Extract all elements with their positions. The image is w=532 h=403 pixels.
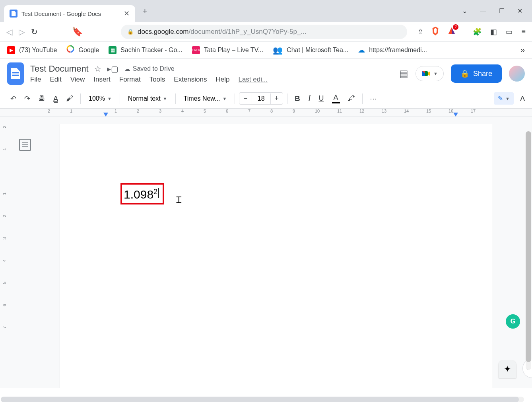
comments-icon[interactable]: ▤	[399, 68, 408, 79]
bookmark-icon[interactable]: 🔖	[72, 27, 83, 37]
indent-marker[interactable]	[103, 113, 108, 117]
brave-rewards-icon[interactable]: 2	[447, 27, 456, 37]
underline-button[interactable]: U	[316, 92, 327, 105]
menu-help[interactable]: Help	[216, 76, 229, 84]
vertical-scrollbar[interactable]	[526, 131, 531, 370]
menu-format[interactable]: Format	[119, 76, 141, 84]
indent-marker[interactable]	[453, 113, 458, 117]
document-page[interactable]: 1.0982 Ꮖ	[60, 124, 493, 388]
docs-favicon	[10, 10, 17, 18]
font-size-control: − 18 +	[239, 92, 283, 105]
close-tab-icon[interactable]: ✕	[124, 9, 130, 18]
bookmark-teams[interactable]: 👥Chat | Microsoft Tea...	[273, 45, 348, 55]
google-icon	[66, 45, 74, 55]
bookmark-framedmedi[interactable]: ☁https://framedmedi...	[358, 46, 427, 55]
move-icon[interactable]: ▸▢	[107, 64, 118, 74]
redo-button[interactable]: ↷	[21, 92, 33, 105]
menu-edit[interactable]: Edit	[50, 76, 61, 84]
style-dropdown[interactable]: Normal text▼	[124, 93, 171, 105]
account-avatar[interactable]	[509, 66, 525, 82]
editing-mode-button[interactable]: ✎▼	[494, 92, 514, 105]
separator	[175, 93, 176, 104]
ruler-tick: 10	[315, 109, 320, 113]
bookmarks-bar: ▶(73) YouTube Google ▦Sachin Tracker - G…	[0, 42, 532, 58]
reload-button[interactable]: ↻	[31, 27, 38, 37]
back-button[interactable]: ◁	[6, 27, 12, 37]
italic-button[interactable]: I	[305, 92, 314, 105]
ruler-tick: 1	[70, 109, 72, 113]
undo-button[interactable]: ↶	[7, 92, 19, 105]
chevron-down-icon: ▼	[222, 96, 227, 101]
chevron-down-icon: ▼	[505, 96, 510, 101]
star-icon[interactable]: ☆	[94, 64, 101, 74]
bookmark-youtube[interactable]: ▶(73) YouTube	[7, 46, 57, 54]
decrease-font-button[interactable]: −	[239, 93, 252, 104]
close-window-button[interactable]: ✕	[517, 7, 522, 15]
share-url-icon[interactable]: ⇪	[417, 27, 423, 36]
forward-button[interactable]: ▷	[19, 27, 25, 37]
cloud-icon: ☁	[124, 65, 130, 73]
scrollbar-thumb[interactable]	[526, 131, 531, 362]
maximize-button[interactable]: ☐	[499, 7, 505, 15]
grammarly-icon[interactable]: G	[506, 314, 520, 329]
spellcheck-button[interactable]: A̲	[50, 92, 61, 105]
share-button[interactable]: 🔒Share	[451, 64, 502, 83]
zoom-dropdown[interactable]: 100%▼	[85, 93, 116, 105]
ruler-tick: 3	[159, 109, 161, 113]
text-color-button[interactable]: A	[329, 92, 343, 106]
vertical-ruler[interactable]: 211234567	[0, 117, 12, 388]
browser-tab[interactable]: Test Document - Google Docs ✕	[4, 5, 135, 22]
saved-status[interactable]: ☁Saved to Drive	[124, 65, 175, 73]
brave-shields-icon[interactable]	[431, 27, 439, 37]
tab-search-icon[interactable]: ⌄	[462, 7, 467, 15]
meet-button[interactable]: ▼	[416, 66, 444, 81]
text-caret	[158, 188, 159, 198]
docs-logo[interactable]	[7, 62, 24, 85]
ruler-tick: 1	[2, 193, 7, 195]
bookmark-label: Chat | Microsoft Tea...	[287, 47, 348, 54]
last-edit-link[interactable]: Last edi...	[238, 76, 268, 84]
ruler-tick: 2	[2, 215, 7, 217]
menu-icon[interactable]: ≡	[521, 27, 526, 36]
bookmark-sheets[interactable]: ▦Sachin Tracker - Go...	[109, 46, 183, 54]
separator	[287, 93, 287, 104]
bookmark-google[interactable]: Google	[66, 45, 99, 55]
document-title[interactable]: Test Document	[30, 64, 89, 74]
print-button[interactable]: 🖶	[35, 92, 49, 105]
font-dropdown[interactable]: Times New...▼	[180, 93, 231, 105]
ruler-tick: 5	[204, 109, 206, 113]
horizontal-scrollbar[interactable]	[1, 397, 524, 402]
ruler-tick: 14	[404, 109, 409, 113]
more-options-button[interactable]: ⋯	[367, 92, 380, 105]
menu-view[interactable]: View	[70, 76, 85, 84]
ruler-tick: 6	[2, 304, 7, 306]
menu-bar: File Edit View Insert Format Tools Exten…	[30, 76, 393, 84]
font-size-value[interactable]: 18	[252, 93, 271, 104]
bookmarks-overflow-icon[interactable]: »	[520, 45, 525, 55]
ruler-tick: 13	[382, 109, 386, 113]
horizontal-ruler[interactable]: 211234567891011121314151617	[0, 109, 532, 117]
minimize-button[interactable]: —	[480, 7, 486, 15]
menu-insert[interactable]: Insert	[93, 76, 111, 84]
highlight-button[interactable]: 🖍	[345, 92, 358, 105]
collapse-toolbar-button[interactable]: ᐱ	[520, 94, 525, 103]
menu-file[interactable]: File	[30, 76, 41, 84]
document-outline-button[interactable]	[19, 139, 31, 151]
bookmark-tataplay[interactable]: TATATata Play – Live TV...	[192, 46, 263, 54]
paint-format-button[interactable]: 🖌	[63, 92, 76, 105]
document-text[interactable]: 1.0982	[124, 188, 159, 201]
bold-button[interactable]: B	[291, 92, 303, 105]
explore-button[interactable]: ✦	[499, 360, 516, 378]
menu-tools[interactable]: Tools	[150, 76, 165, 84]
increase-font-button[interactable]: +	[271, 93, 283, 104]
wallet-icon[interactable]: ▭	[506, 27, 513, 36]
browser-tab-strip: Test Document - Google Docs ✕ + ⌄ — ☐ ✕	[0, 0, 532, 22]
sidebar-icon[interactable]: ◧	[490, 27, 497, 36]
scrollbar-thumb[interactable]	[1, 397, 519, 402]
extensions-icon[interactable]: 🧩	[473, 27, 482, 36]
menu-extensions[interactable]: Extensions	[174, 76, 207, 84]
chevron-down-icon: ▼	[107, 96, 112, 101]
new-tab-button[interactable]: +	[142, 6, 148, 16]
ruler-tick: 2	[48, 109, 50, 113]
address-bar[interactable]: 🔒 docs.google.com/document/d/1hP_y_UsnQ7…	[121, 25, 407, 39]
